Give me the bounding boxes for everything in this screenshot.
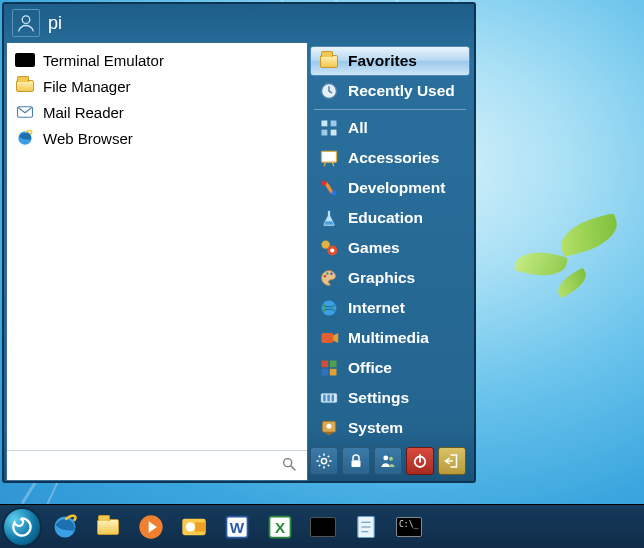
category-list: Favorites Recently Used All Accessories …	[308, 42, 472, 481]
category-label: Favorites	[348, 52, 417, 70]
app-label: Web Browser	[43, 130, 133, 147]
search-icon	[281, 456, 297, 476]
app-mail-reader[interactable]: Mail Reader	[9, 99, 305, 125]
search-field[interactable]	[7, 450, 307, 480]
action-shutdown[interactable]	[406, 447, 434, 475]
taskbar-outlook[interactable]	[174, 510, 214, 544]
category-multimedia[interactable]: Multimedia	[310, 323, 470, 353]
app-label: Mail Reader	[43, 104, 124, 121]
taskbar-notepad[interactable]	[346, 510, 386, 544]
category-office[interactable]: Office	[310, 353, 470, 383]
svg-text:W: W	[230, 518, 245, 535]
taskbar: W X C:\_	[0, 504, 644, 548]
category-internet[interactable]: Internet	[310, 293, 470, 323]
app-label: Terminal Emulator	[43, 52, 164, 69]
category-label: All	[348, 119, 368, 137]
taskbar-cmd[interactable]: C:\_	[389, 510, 429, 544]
category-education[interactable]: Education	[310, 203, 470, 233]
excel-icon: X	[266, 513, 294, 541]
taskbar-excel[interactable]: X	[260, 510, 300, 544]
app-file-manager[interactable]: File Manager	[9, 73, 305, 99]
users-icon	[379, 452, 397, 470]
favorites-list: Terminal Emulator File Manager Mail Read…	[6, 42, 308, 481]
svg-rect-26	[322, 369, 329, 376]
category-graphics[interactable]: Graphics	[310, 263, 470, 293]
flask-icon	[318, 207, 340, 229]
category-all[interactable]: All	[310, 113, 470, 143]
svg-line-4	[291, 466, 295, 470]
folder-icon	[97, 519, 119, 535]
search-input[interactable]	[17, 458, 297, 474]
svg-rect-9	[331, 130, 337, 136]
svg-point-18	[324, 275, 327, 278]
app-terminal-emulator[interactable]: Terminal Emulator	[9, 47, 305, 73]
taskbar-word[interactable]: W	[217, 510, 257, 544]
svg-rect-22	[322, 333, 334, 343]
action-switch-user[interactable]	[374, 447, 402, 475]
svg-rect-25	[330, 361, 337, 368]
svg-point-0	[22, 16, 30, 24]
svg-point-38	[389, 457, 393, 461]
svg-point-19	[326, 272, 329, 275]
category-games[interactable]: Games	[310, 233, 470, 263]
svg-marker-23	[333, 333, 338, 343]
category-development[interactable]: Development	[310, 173, 470, 203]
svg-rect-8	[322, 130, 328, 136]
action-lock[interactable]	[342, 447, 370, 475]
svg-rect-7	[331, 121, 337, 127]
gear-icon	[315, 452, 333, 470]
taskbar-media[interactable]	[131, 510, 171, 544]
category-label: Recently Used	[348, 82, 455, 100]
category-accessories[interactable]: Accessories	[310, 143, 470, 173]
svg-rect-31	[332, 395, 335, 402]
board-icon	[318, 147, 340, 169]
clock-icon	[318, 80, 340, 102]
app-label: File Manager	[43, 78, 131, 95]
category-label: Settings	[348, 389, 409, 407]
category-favorites[interactable]: Favorites	[310, 46, 470, 76]
action-buttons	[310, 443, 470, 479]
category-label: Graphics	[348, 269, 415, 287]
lock-icon	[347, 452, 365, 470]
palette-icon	[318, 267, 340, 289]
category-system[interactable]: System	[310, 413, 470, 443]
svg-text:X: X	[275, 518, 285, 535]
divider	[314, 109, 466, 110]
category-label: Development	[348, 179, 445, 197]
svg-point-34	[327, 424, 332, 429]
start-button[interactable]	[2, 507, 42, 547]
svg-rect-29	[323, 395, 326, 402]
multimedia-icon	[318, 327, 340, 349]
action-logout[interactable]	[438, 447, 466, 475]
outlook-icon	[180, 513, 208, 541]
category-settings[interactable]: Settings	[310, 383, 470, 413]
category-label: Office	[348, 359, 392, 377]
svg-rect-27	[330, 369, 337, 376]
svg-point-17	[330, 248, 334, 252]
svg-rect-33	[327, 432, 332, 435]
taskbar-ie[interactable]	[45, 510, 85, 544]
app-web-browser[interactable]: Web Browser	[9, 125, 305, 151]
taskbar-terminal[interactable]	[303, 510, 343, 544]
svg-rect-36	[352, 460, 361, 467]
apps-icon	[318, 117, 340, 139]
user-name: pi	[48, 13, 62, 34]
user-avatar[interactable]	[12, 9, 40, 37]
category-label: Multimedia	[348, 329, 429, 347]
logout-icon	[443, 452, 461, 470]
category-label: Internet	[348, 299, 405, 317]
category-recent[interactable]: Recently Used	[310, 76, 470, 106]
taskbar-explorer[interactable]	[88, 510, 128, 544]
svg-point-20	[330, 273, 333, 276]
svg-rect-30	[327, 395, 330, 402]
media-icon	[137, 513, 165, 541]
svg-line-11	[324, 162, 326, 166]
svg-point-14	[332, 191, 337, 196]
action-settings[interactable]	[310, 447, 338, 475]
category-label: Games	[348, 239, 400, 257]
swirl-icon	[9, 514, 35, 540]
power-icon	[411, 452, 429, 470]
office-icon	[318, 357, 340, 379]
start-menu: pi Terminal Emulator File Manager Mail R…	[2, 2, 476, 483]
svg-point-45	[186, 522, 195, 531]
